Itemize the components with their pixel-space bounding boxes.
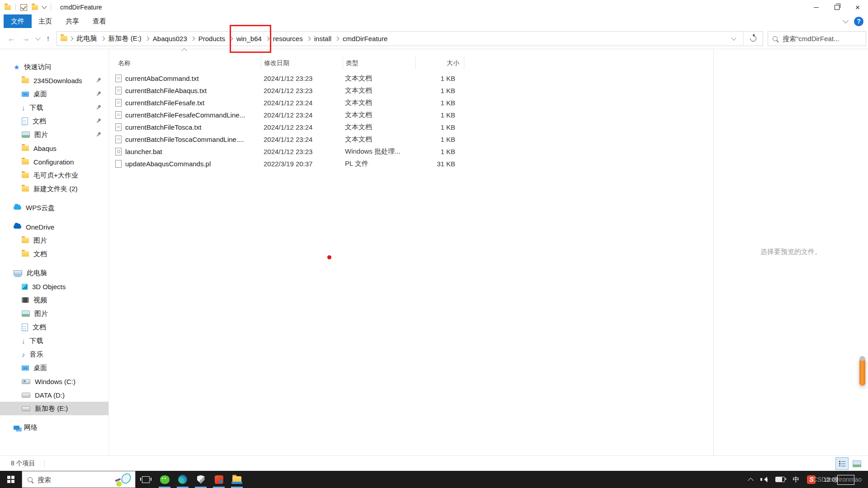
details-view-button[interactable] [835, 457, 849, 470]
minimize-button[interactable] [806, 0, 826, 14]
breadcrumb-separator-icon [69, 36, 73, 41]
file-row[interactable]: currentAbaCommand.txt 2024/1/12 23:23 文本… [115, 72, 713, 84]
volume-icon[interactable] [760, 476, 768, 483]
close-button[interactable]: × [847, 0, 868, 14]
ime-indicator[interactable]: 中 [793, 475, 799, 484]
breadcrumb-resources[interactable]: resources [269, 32, 307, 46]
file-row[interactable]: currentBatchFileFesafe.txt 2024/1/12 23:… [115, 97, 713, 109]
sidebar-item-network[interactable]: 网络 [0, 421, 108, 434]
taskbar-app-snip-tool[interactable] [210, 471, 228, 488]
breadcrumb-abaqus023[interactable]: Abaqus023 [149, 32, 191, 46]
start-button[interactable] [0, 471, 22, 488]
text-file-icon [115, 111, 122, 119]
breadcrumb-win-b64[interactable]: win_b64 [233, 32, 265, 46]
taskbar-app-wechat[interactable] [156, 471, 174, 488]
sidebar-item-music[interactable]: ♪音乐 [0, 347, 108, 361]
tab-view[interactable]: 查看 [86, 14, 113, 28]
column-header-date[interactable]: 修改日期 [261, 57, 343, 70]
file-date: 2024/1/12 23:24 [261, 111, 342, 119]
thumbnails-view-button[interactable] [850, 457, 863, 470]
help-button[interactable]: ? [854, 17, 863, 26]
breadcrumb-this-pc[interactable]: 此电脑 [73, 32, 101, 46]
recent-locations-chevron-icon[interactable] [35, 35, 40, 40]
file-row[interactable]: currentBatchFileFesafeCommandLine... 202… [115, 109, 713, 121]
hidden-icons-chevron-icon[interactable] [748, 478, 754, 483]
sidebar-item-abaqus[interactable]: Abaqus [0, 141, 108, 155]
file-row[interactable]: currentBatchFileToscaCommandLine.... 202… [115, 133, 713, 145]
file-size: 1 KB [415, 75, 460, 82]
file-row[interactable]: currentBatchFileAbaqus.txt 2024/1/12 23:… [115, 84, 713, 97]
file-row[interactable]: currentBatchFileTosca.txt 2024/1/12 23:2… [115, 121, 713, 133]
text-file-icon [115, 87, 122, 94]
taskbar-app-edge[interactable] [174, 471, 192, 488]
up-button[interactable]: ↑ [46, 35, 50, 42]
breadcrumb-cmddirfeature[interactable]: cmdDirFeature [339, 32, 391, 46]
refresh-button[interactable] [744, 32, 763, 46]
battery-icon[interactable] [775, 477, 785, 482]
column-header-size[interactable]: 大小 [416, 57, 464, 70]
breadcrumb-install[interactable]: install [311, 32, 335, 46]
file-row[interactable]: updateAbaqusCommands.pl 2022/3/19 20:37 … [115, 158, 713, 170]
properties-icon[interactable] [20, 4, 27, 11]
sidebar-item-2345downloads[interactable]: 2345Downloads [0, 74, 108, 87]
explorer-search-box[interactable] [768, 31, 866, 46]
back-button[interactable]: ← [7, 34, 15, 42]
sidebar-item-drive-d[interactable]: DATA (D:) [0, 388, 108, 402]
sidebar-item-pc-desktop[interactable]: 桌面 [0, 361, 108, 375]
sidebar-item-drive-e[interactable]: 新加卷 (E:) [0, 402, 108, 415]
sidebar-item-pc-downloads[interactable]: ↓下载 [0, 334, 108, 347]
file-row[interactable]: launcher.bat 2024/1/12 23:23 Windows 批处理… [115, 145, 713, 158]
sidebar-item-pc-pictures[interactable]: 图片 [0, 307, 108, 320]
column-header-type[interactable]: 类型 [343, 57, 416, 70]
pin-icon [95, 131, 103, 139]
column-header-name[interactable]: 名称 [115, 57, 261, 70]
sidebar-item-configuration[interactable]: Configuration [0, 155, 108, 169]
breadcrumb-drive-e[interactable]: 新加卷 (E:) [105, 32, 145, 46]
address-bar[interactable]: 此电脑 新加卷 (E:) Abaqus023 Products win_b64 … [57, 31, 764, 46]
restore-button[interactable] [826, 0, 847, 14]
expand-ribbon-chevron-icon[interactable] [843, 18, 849, 23]
sidebar-item-homework[interactable]: 毛可贞+大作业 [0, 169, 108, 182]
tab-share[interactable]: 共享 [59, 14, 86, 28]
sidebar-item-documents[interactable]: 文档 [0, 114, 108, 128]
taskbar-search-box[interactable] [22, 471, 136, 488]
sidebar-item-quick-access[interactable]: ★快速访问 [0, 60, 108, 74]
sidebar-item-pictures[interactable]: 图片 [0, 128, 108, 141]
sidebar-item-onedrive-pictures[interactable]: 图片 [0, 234, 108, 247]
sidebar-item-drive-c[interactable]: Windows (C:) [0, 375, 108, 388]
sidebar-item-new-folder-2[interactable]: 新建文件夹 (2) [0, 182, 108, 196]
taskbar-app-file-explorer[interactable] [228, 471, 246, 488]
address-dropdown-button[interactable] [724, 32, 743, 46]
sidebar-item-onedrive[interactable]: OneDrive [0, 220, 108, 234]
location-folder-icon [61, 36, 67, 41]
quick-access-toolbar: cmdDirFeature [0, 4, 102, 11]
pictures-icon [22, 310, 30, 317]
task-view-button[interactable] [136, 471, 156, 488]
customize-qat-chevron-icon[interactable] [42, 4, 47, 9]
taskbar-app-defender[interactable] [192, 471, 210, 488]
titlebar-divider [51, 4, 51, 11]
taskbar-search-input[interactable] [37, 475, 97, 484]
forward-button[interactable]: → [22, 34, 30, 42]
breadcrumb-separator-icon [335, 36, 340, 41]
file-size: 1 KB [415, 148, 460, 155]
tab-file[interactable]: 文件 [4, 14, 32, 28]
sidebar-item-wps-cloud[interactable]: WPS云盘 [0, 201, 108, 215]
file-size: 31 KB [415, 160, 460, 168]
sidebar-item-downloads[interactable]: ↓下载 [0, 101, 108, 114]
breadcrumb: 此电脑 新加卷 (E:) Abaqus023 Products win_b64 … [73, 32, 392, 46]
search-highlight-tennis-icon [116, 473, 132, 487]
file-list-pane: 名称 修改日期 类型 大小 currentAbaCommand.txt 2024… [109, 49, 713, 455]
folder-icon [22, 251, 29, 257]
sidebar-item-pc-documents[interactable]: 文档 [0, 320, 108, 334]
explorer-search-input[interactable] [782, 34, 851, 43]
sidebar-item-3d-objects[interactable]: 3D Objects [0, 280, 108, 293]
notification-rect-icon[interactable] [837, 475, 854, 485]
sidebar-item-this-pc[interactable]: 此电脑 [0, 266, 108, 280]
tab-home[interactable]: 主页 [32, 14, 59, 28]
sidebar-item-desktop[interactable]: 桌面 [0, 87, 108, 101]
new-folder-icon[interactable] [32, 5, 38, 10]
sidebar-item-onedrive-documents[interactable]: 文档 [0, 247, 108, 261]
sidebar-item-videos[interactable]: 视频 [0, 293, 108, 307]
breadcrumb-products[interactable]: Products [195, 32, 229, 46]
